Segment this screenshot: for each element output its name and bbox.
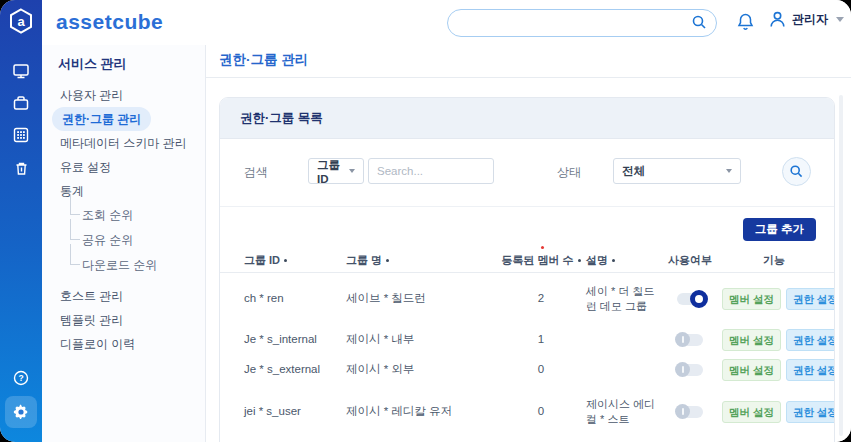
cell-group-id: Je * s_external: [244, 362, 346, 378]
sidebar-item-users[interactable]: 사용자 관리: [52, 83, 195, 107]
header-group-id[interactable]: 그룹 ID: [244, 253, 346, 268]
table-row: Je * s_internal 제이시 * 내부 1 멤버 설정 권한 설정: [220, 325, 834, 355]
vertical-scrollbar[interactable]: [839, 95, 843, 436]
enabled-toggle[interactable]: [677, 293, 703, 305]
search-icon[interactable]: [691, 14, 708, 31]
search-submit-button[interactable]: [782, 157, 811, 186]
header-enabled: 사용여부: [658, 253, 722, 268]
app-window: a: [0, 0, 851, 442]
topbar: assetcube 관리자: [42, 0, 851, 45]
chevron-down-icon: [836, 17, 844, 22]
user-label: 관리자: [792, 11, 828, 28]
card-header: 권한·그룹 목록: [220, 98, 834, 139]
cell-member-count: 0: [496, 404, 586, 420]
keyword-input[interactable]: [368, 158, 494, 184]
sidebar-subitem-view-rank[interactable]: 조회 순위: [66, 203, 195, 228]
header-group-name[interactable]: 그룹 명: [346, 253, 496, 268]
sidebar-item-permissions-groups[interactable]: 권한·그룹 관리: [52, 107, 151, 131]
status-select[interactable]: 전체: [613, 158, 741, 184]
enabled-toggle[interactable]: [677, 406, 703, 418]
table-row: ch * ren 세이브 * 칠드런 2 세이 * 더 칠드런 데모 그룹 멤버…: [220, 273, 834, 325]
header-member-count[interactable]: 등록된 멤버 수: [496, 253, 586, 268]
enabled-toggle[interactable]: [677, 334, 703, 346]
page-title: 권한·그룹 관리: [219, 51, 308, 69]
member-settings-button[interactable]: 멤버 설정: [722, 401, 781, 423]
cell-member-count: 2: [496, 291, 586, 307]
cell-group-id: Je * s_internal: [244, 332, 346, 348]
cell-group-id: ch * ren: [244, 291, 346, 307]
table-header-row: 그룹 ID 그룹 명 등록된 멤버 수 설명 사용여부 기능: [220, 248, 834, 273]
required-dot: [541, 246, 544, 249]
sidebar: 서비스 관리 사용자 관리 권한·그룹 관리 메타데이터 스키마 관리 유료 설…: [42, 45, 206, 442]
monitor-icon[interactable]: [0, 58, 42, 84]
header-actions: 기능: [722, 253, 826, 268]
sidebar-subitem-share-rank[interactable]: 공유 순위: [66, 228, 195, 253]
filter-bar: 검색 그룹ID 상태 전체: [220, 150, 834, 194]
cell-group-name: 제이시 * 외부: [346, 362, 496, 378]
permission-settings-button[interactable]: 권한 설정: [786, 359, 835, 381]
search-icon: [789, 164, 804, 179]
user-icon: [768, 10, 787, 29]
divider: [205, 77, 851, 78]
permission-settings-button[interactable]: 권한 설정: [786, 401, 835, 423]
sidebar-item-paid-settings[interactable]: 유료 설정: [52, 155, 195, 179]
status-filter-label: 상태: [557, 164, 581, 181]
divider: [220, 206, 834, 207]
notifications-bell-icon[interactable]: [736, 12, 755, 36]
group-table: 그룹 ID 그룹 명 등록된 멤버 수 설명 사용여부 기능 ch * ren …: [220, 248, 834, 442]
svg-text:a: a: [17, 14, 25, 29]
member-settings-button[interactable]: 멤버 설정: [722, 329, 781, 351]
add-group-button[interactable]: 그룹 추가: [743, 218, 816, 241]
sidebar-item-metadata-schema[interactable]: 메타데이터 스키마 관리: [52, 131, 195, 155]
enabled-toggle[interactable]: [677, 364, 703, 376]
cell-description: 제이시스 에디컬 * 스트: [586, 397, 658, 427]
nav-rail: a: [0, 0, 42, 442]
user-menu[interactable]: 관리자: [768, 10, 844, 29]
cell-member-count: 1: [496, 332, 586, 348]
grid-icon[interactable]: [0, 122, 42, 148]
svg-text:?: ?: [18, 373, 23, 383]
search-filter-label: 검색: [244, 164, 268, 181]
main-content: 권한·그룹 관리 권한·그룹 목록 검색 그룹ID 상태 전체: [205, 45, 851, 442]
group-list-card: 권한·그룹 목록 검색 그룹ID 상태 전체: [219, 97, 835, 442]
cell-description: 세이 * 더 칠드런 데모 그룹: [586, 284, 658, 314]
cell-member-count: 0: [496, 362, 586, 378]
cell-group-name: 제이시 * 내부: [346, 332, 496, 348]
cell-group-name: 세이브 * 칠드런: [346, 291, 496, 307]
permission-settings-button[interactable]: 권한 설정: [786, 329, 835, 351]
global-search: [447, 9, 717, 37]
cell-group-name: 제이시 * 레디칼 유저: [346, 404, 496, 420]
chevron-down-icon: [726, 169, 732, 173]
box-icon[interactable]: [0, 90, 42, 116]
brand-wordmark: assetcube: [56, 10, 163, 34]
app-logo-icon[interactable]: a: [7, 7, 35, 35]
sidebar-item-templates[interactable]: 템플릿 관리: [52, 308, 195, 332]
help-icon[interactable]: ?: [0, 365, 42, 391]
sidebar-item-hosts[interactable]: 호스트 관리: [52, 284, 195, 308]
global-search-input[interactable]: [460, 11, 684, 35]
card-title: 권한·그룹 목록: [240, 110, 323, 127]
permission-settings-button[interactable]: 권한 설정: [786, 288, 835, 310]
sidebar-item-deploy-history[interactable]: 디플로이 이력: [52, 332, 195, 356]
cell-group-id: jei * s_user: [244, 404, 346, 420]
settings-gear-icon[interactable]: [5, 396, 37, 428]
header-description[interactable]: 설명: [586, 253, 658, 268]
member-settings-button[interactable]: 멤버 설정: [722, 288, 781, 310]
sidebar-title: 서비스 관리: [58, 55, 205, 73]
chevron-down-icon: [349, 169, 355, 173]
search-field-value: 그룹ID: [317, 158, 343, 185]
status-value: 전체: [622, 164, 645, 179]
trash-icon[interactable]: [0, 155, 42, 181]
member-settings-button[interactable]: 멤버 설정: [722, 359, 781, 381]
table-row: Je * s_external 제이시 * 외부 0 멤버 설정 권한 설정: [220, 355, 834, 385]
table-row: jei * s_user 제이시 * 레디칼 유저 0 제이시스 에디컬 * 스…: [220, 385, 834, 439]
search-field-select[interactable]: 그룹ID: [308, 158, 364, 184]
sidebar-subitem-download-rank[interactable]: 다운로드 순위: [66, 253, 195, 278]
